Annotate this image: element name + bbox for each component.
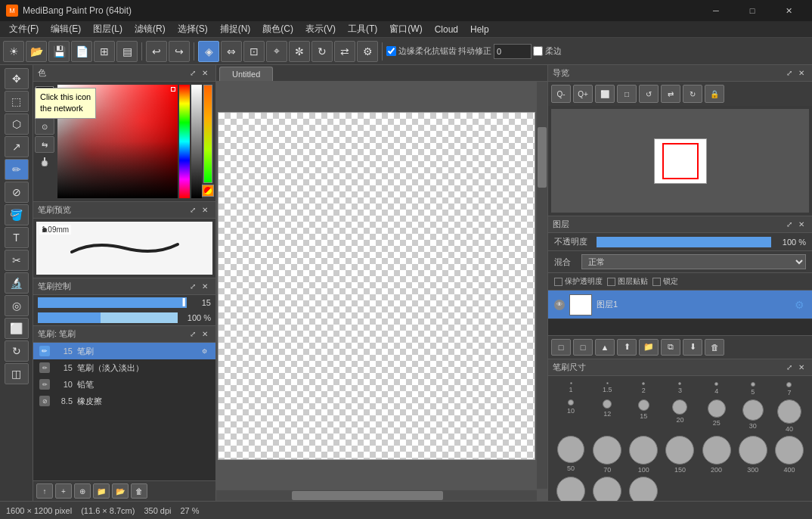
menu-color[interactable]: 颜色(C) bbox=[256, 21, 299, 37]
brush-size-item[interactable]: 40 bbox=[773, 399, 806, 433]
brush-size-item[interactable]: 50 bbox=[554, 436, 587, 474]
brush-item-1[interactable]: ✏ 15 笔刷（淡入淡出） bbox=[33, 359, 215, 376]
select-tool-button[interactable]: ◈ bbox=[198, 41, 219, 62]
brush-size-item[interactable]: 15 bbox=[627, 399, 660, 433]
saveas-button[interactable]: 📄 bbox=[71, 41, 92, 62]
protect-alpha-checkbox[interactable] bbox=[554, 278, 563, 286]
brush-size-item[interactable]: 70 bbox=[590, 436, 624, 474]
h-scroll-thumb[interactable] bbox=[292, 491, 443, 500]
menu-capture[interactable]: 捕捉(N) bbox=[214, 21, 257, 37]
lasso-button[interactable]: ⌖ bbox=[266, 41, 287, 62]
layers-close[interactable]: ✕ bbox=[795, 219, 807, 231]
brush-footer-btn-6[interactable]: 🗑 bbox=[131, 483, 147, 499]
clipping-checkbox[interactable] bbox=[607, 278, 615, 286]
canvas-inner[interactable] bbox=[216, 82, 537, 490]
hue-strip[interactable] bbox=[179, 85, 190, 198]
menu-view[interactable]: 表示(V) bbox=[299, 21, 342, 37]
brush-footer-btn-5[interactable]: 📂 bbox=[112, 483, 129, 499]
tool-transform[interactable]: ↻ bbox=[5, 340, 29, 362]
settings-button[interactable]: ⚙ bbox=[357, 41, 378, 62]
layer-move-up[interactable]: ⬆ bbox=[617, 339, 637, 356]
softedge-checkbox[interactable] bbox=[533, 46, 543, 56]
tool-blur[interactable]: ◎ bbox=[5, 295, 29, 316]
brush-size-item[interactable]: 2 bbox=[627, 382, 660, 396]
brush-footer-btn-1[interactable]: ↑ bbox=[36, 483, 53, 499]
color-gradient-picker[interactable] bbox=[57, 85, 178, 198]
brush-item-3[interactable]: ⊘ 8.5 橡皮擦 bbox=[33, 393, 215, 409]
menu-layer[interactable]: 图层(L) bbox=[87, 21, 129, 37]
brush-footer-btn-3[interactable]: ⊕ bbox=[74, 483, 91, 499]
canvas-scrollbar-horizontal[interactable] bbox=[216, 490, 537, 501]
brush-size-item[interactable]: 700 bbox=[590, 477, 624, 502]
navigator-expand[interactable]: ⤢ bbox=[783, 67, 795, 79]
tool-navigator[interactable]: ◫ bbox=[5, 363, 29, 384]
layer-visibility-0[interactable]: 👁 bbox=[554, 300, 565, 310]
brush-control-close[interactable]: ✕ bbox=[199, 281, 211, 293]
brush-size-item[interactable]: 100 bbox=[627, 436, 660, 474]
grid-button[interactable]: ⊞ bbox=[94, 41, 115, 62]
brush-size-item[interactable]: 25 bbox=[700, 399, 733, 433]
brush-size-item[interactable]: 12 bbox=[590, 399, 624, 433]
color-switch-btn[interactable]: ⇆ bbox=[35, 136, 54, 153]
opacity-slider-track[interactable] bbox=[38, 312, 178, 323]
move-button[interactable]: ⇔ bbox=[221, 41, 242, 62]
color-indicator[interactable] bbox=[202, 185, 214, 197]
tool-move[interactable]: ✥ bbox=[5, 68, 29, 89]
tool-fill[interactable]: 🪣 bbox=[5, 204, 29, 225]
brush-size-item[interactable]: 300 bbox=[736, 436, 770, 474]
nav-actual[interactable]: □ bbox=[617, 85, 637, 103]
tool-eraser[interactable]: ⊘ bbox=[5, 182, 29, 203]
menu-help[interactable]: Help bbox=[464, 23, 495, 36]
canvas-tab-untitled[interactable]: Untitled bbox=[219, 67, 273, 81]
maximize-button[interactable]: □ bbox=[735, 0, 770, 21]
brush-size-item[interactable]: 150 bbox=[663, 436, 696, 474]
antialias-checkbox[interactable] bbox=[386, 46, 396, 56]
blend-mode-select[interactable]: 正常 正片叠底 滤色 bbox=[581, 254, 806, 269]
brush-item-2[interactable]: ✏ 10 铅笔 bbox=[33, 376, 215, 393]
brush-preview-expand[interactable]: ⤢ bbox=[187, 204, 199, 216]
brush-size-item[interactable]: 200 bbox=[700, 436, 733, 474]
rotate-button[interactable]: ↻ bbox=[311, 41, 333, 62]
nav-rotate-cw[interactable]: ↻ bbox=[683, 85, 702, 103]
flip-button[interactable]: ⇄ bbox=[334, 41, 355, 62]
menu-edit[interactable]: 编辑(E) bbox=[45, 21, 87, 37]
brush-size-item[interactable]: 1000 bbox=[627, 477, 660, 502]
layer-gear-0[interactable]: ⚙ bbox=[792, 298, 806, 312]
color-palette-strip[interactable] bbox=[203, 85, 212, 183]
tool-text[interactable]: T bbox=[5, 227, 29, 248]
brush-control-expand[interactable]: ⤢ bbox=[187, 281, 199, 293]
menu-tool[interactable]: 工具(T) bbox=[342, 21, 383, 37]
tool-brush[interactable]: ✏ bbox=[5, 159, 29, 180]
menu-window[interactable]: 窗口(W) bbox=[383, 21, 428, 37]
color-close-btn[interactable]: ✕ bbox=[199, 67, 211, 79]
new-button[interactable]: ☀ bbox=[3, 41, 24, 62]
canvas-scrollbar-vertical[interactable] bbox=[537, 82, 547, 489]
brush-size-item[interactable]: 3 bbox=[663, 382, 696, 396]
layer-folder[interactable]: 📁 bbox=[639, 339, 659, 356]
layer-merge[interactable]: ⬇ bbox=[683, 339, 702, 356]
brush-size-item[interactable]: 7 bbox=[773, 382, 806, 396]
layers-expand[interactable]: ⤢ bbox=[783, 219, 795, 231]
nav-zoom-out[interactable]: Q- bbox=[551, 85, 571, 103]
layer-duplicate[interactable]: ⧉ bbox=[661, 339, 680, 356]
layer-import[interactable]: ▲ bbox=[595, 339, 615, 356]
stabilizer-value[interactable] bbox=[494, 44, 532, 59]
brush-size-item[interactable]: 10 bbox=[554, 399, 587, 433]
nav-fit[interactable]: ⬜ bbox=[595, 85, 615, 103]
brush-size-item[interactable]: 1 bbox=[554, 382, 587, 396]
bg-color-swatch[interactable] bbox=[39, 95, 54, 107]
size-slider-track[interactable]: ▐ bbox=[38, 297, 187, 308]
tool-select-rect[interactable]: ⬚ bbox=[5, 91, 29, 112]
layer-item-0[interactable]: 👁 图层1 ⚙ bbox=[548, 291, 812, 319]
v-scroll-thumb[interactable] bbox=[538, 127, 547, 188]
nav-lock[interactable]: 🔒 bbox=[705, 85, 724, 103]
opacity-slider[interactable] bbox=[597, 237, 771, 247]
navigator-close[interactable]: ✕ bbox=[795, 67, 807, 79]
brush-list-expand[interactable]: ⤢ bbox=[187, 328, 199, 340]
brush-footer-btn-2[interactable]: + bbox=[55, 483, 72, 499]
nav-flip-h[interactable]: ⇄ bbox=[661, 85, 680, 103]
color-circle-btn[interactable]: ⊙ bbox=[35, 118, 54, 135]
brush-size-item[interactable]: 500 bbox=[554, 477, 587, 502]
brush-list-close[interactable]: ✕ bbox=[199, 328, 211, 340]
menu-select[interactable]: 选择(S) bbox=[172, 21, 214, 37]
